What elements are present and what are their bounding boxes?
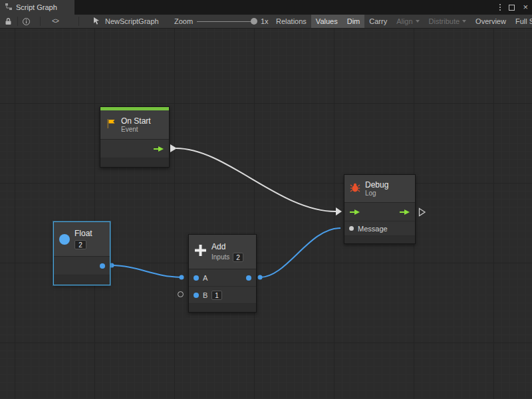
- port-row: [54, 257, 110, 275]
- zoom-value: 1x: [261, 15, 269, 28]
- info-icon[interactable]: [22, 15, 31, 28]
- node-title: Add: [211, 242, 243, 251]
- maximize-icon[interactable]: [509, 5, 515, 11]
- node-title: Debug: [365, 180, 388, 190]
- input-port-a[interactable]: [194, 275, 199, 281]
- zoom-slider-track[interactable]: [197, 21, 257, 22]
- node-header: Debug Log: [344, 175, 415, 203]
- plus-icon: [194, 244, 207, 259]
- fullscreen-button[interactable]: Full S: [511, 15, 532, 28]
- flow-port-triangle[interactable]: [170, 144, 177, 152]
- flow-input-arrow-icon[interactable]: [349, 209, 360, 215]
- overview-button[interactable]: Overview: [471, 15, 511, 28]
- node-on-start[interactable]: On Start Event: [100, 106, 170, 168]
- node-footer: [344, 236, 415, 243]
- port-b-value-input[interactable]: 1: [211, 291, 222, 300]
- graph-name-label: NewScriptGraph: [105, 15, 159, 28]
- zoom-label: Zoom: [174, 15, 193, 28]
- toolbar-separator: [78, 17, 79, 26]
- flow-output-arrow-icon[interactable]: [399, 209, 410, 215]
- port-row-b: B 1: [189, 287, 256, 304]
- float-value-input[interactable]: 2: [74, 240, 86, 249]
- connection-arrowhead-icon: [336, 207, 342, 215]
- zoom-slider-knob[interactable]: [251, 18, 257, 25]
- tab-title: Script Graph: [16, 3, 57, 11]
- node-add[interactable]: Add Inputs 2 A B 1: [188, 234, 257, 313]
- flow-output-arrow-icon[interactable]: [153, 146, 164, 152]
- node-footer: [100, 158, 169, 167]
- tab-bar: Script Graph ×: [0, 0, 532, 15]
- align-button[interactable]: Align: [392, 15, 424, 28]
- lock-icon[interactable]: [5, 15, 12, 28]
- carry-button[interactable]: Carry: [364, 15, 392, 28]
- window-controls: ×: [499, 0, 528, 15]
- pointer-icon[interactable]: [93, 15, 100, 28]
- graph-tab-icon: [5, 3, 13, 12]
- message-input-port[interactable]: [349, 226, 354, 231]
- values-button[interactable]: Values: [311, 15, 342, 28]
- node-subtitle: Event: [121, 126, 151, 134]
- toolbar-buttons: Relations Values Dim Carry Align Distrib…: [271, 15, 532, 28]
- inputs-label: Inputs: [211, 253, 229, 261]
- node-footer: [189, 304, 256, 312]
- flow-port-row: [344, 203, 415, 221]
- toolbar-separator: [40, 17, 41, 26]
- dropdown-caret-icon: [462, 20, 466, 23]
- flag-icon: [106, 118, 116, 132]
- connections-layer: [0, 29, 532, 399]
- message-port-row: Message: [344, 221, 415, 236]
- flow-port-triangle-hollow[interactable]: [418, 207, 426, 217]
- value-output-port[interactable]: [100, 263, 105, 269]
- node-footer: [54, 275, 110, 285]
- node-float[interactable]: Float 2: [53, 221, 110, 285]
- inputs-count-input[interactable]: 2: [233, 253, 243, 262]
- bug-icon: [350, 182, 360, 196]
- port-label: Message: [358, 225, 388, 233]
- float-circle-icon: [59, 234, 70, 245]
- connection-value-float-add[interactable]: [112, 265, 182, 277]
- graph-toolbar: <> NewScriptGraph Zoom 1x Relations Valu…: [0, 15, 532, 29]
- node-title: Float: [74, 229, 92, 238]
- connection-flow-onstart-debuglog[interactable]: [176, 148, 336, 211]
- close-icon[interactable]: ×: [523, 0, 528, 15]
- code-icon[interactable]: <>: [52, 15, 59, 28]
- node-debug-log[interactable]: Debug Log Message: [344, 174, 416, 244]
- dropdown-caret-icon: [416, 20, 420, 23]
- tab-script-graph[interactable]: Script Graph: [0, 0, 74, 15]
- port-row: [100, 140, 169, 158]
- connection-value-add-debuglog[interactable]: [260, 228, 340, 277]
- toolbar-separator: [17, 17, 18, 26]
- input-port-b[interactable]: [194, 293, 199, 298]
- distribute-button[interactable]: Distribute: [424, 15, 471, 28]
- menu-icon[interactable]: [499, 4, 501, 11]
- node-title: On Start: [121, 116, 151, 126]
- relations-button[interactable]: Relations: [271, 15, 311, 28]
- port-label: B: [203, 291, 207, 299]
- unconnected-port-ring[interactable]: [178, 291, 184, 297]
- node-header: Add Inputs 2: [189, 235, 256, 269]
- node-subtitle: Log: [365, 190, 388, 198]
- sum-output-port[interactable]: [246, 275, 251, 281]
- graph-canvas[interactable]: On Start Event Float 2: [0, 29, 532, 399]
- port-row-a: A: [189, 269, 256, 287]
- port-label: A: [203, 274, 207, 282]
- dim-button[interactable]: Dim: [342, 15, 365, 28]
- node-header: Float 2: [54, 222, 110, 257]
- node-header: On Start Event: [100, 110, 169, 140]
